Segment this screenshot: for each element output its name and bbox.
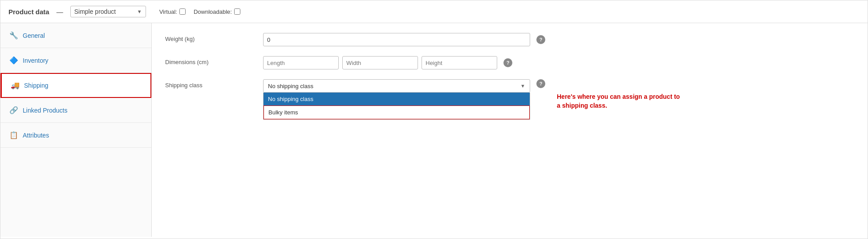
shipping-class-help-icon[interactable]: ?	[536, 79, 545, 88]
weight-help-icon[interactable]: ?	[536, 35, 545, 44]
sidebar-item-attributes-label: Attributes	[23, 132, 49, 139]
dimensions-controls: ?	[263, 56, 854, 69]
shipping-class-field-row: Shipping class No shipping class ▼ No sh…	[165, 79, 854, 110]
virtual-checkbox-item: Virtual:	[159, 8, 186, 15]
shipping-class-callout: Here's where you can assign a product to…	[557, 79, 681, 110]
width-input[interactable]	[342, 56, 418, 69]
inventory-icon: 🔷	[9, 56, 18, 65]
height-input[interactable]	[422, 56, 497, 69]
dimensions-help-icon[interactable]: ?	[503, 58, 512, 67]
sidebar-item-inventory[interactable]: 🔷 Inventory	[0, 48, 151, 73]
shipping-icon: 🚚	[11, 81, 20, 89]
shipping-class-controls: No shipping class ▼ No shipping class Bu…	[263, 79, 854, 110]
wrench-icon: 🔧	[9, 31, 18, 40]
product-type-select[interactable]: Simple product ▼	[70, 6, 146, 17]
downloadable-checkbox-item: Downloadable:	[194, 8, 240, 15]
product-data-panel: Product data — Simple product ▼ Virtual:…	[0, 0, 868, 239]
weight-input[interactable]	[263, 33, 530, 46]
dimensions-label: Dimensions (cm)	[165, 56, 263, 65]
sidebar-item-attributes[interactable]: 📋 Attributes	[0, 123, 151, 148]
sidebar-item-inventory-label: Inventory	[23, 57, 49, 64]
sidebar-item-shipping-label: Shipping	[24, 82, 49, 89]
downloadable-label: Downloadable:	[194, 8, 232, 15]
sidebar-item-linked-label: Linked Products	[23, 107, 67, 114]
shipping-class-option-no-class[interactable]: No shipping class	[264, 93, 530, 105]
shipping-class-dropdown: No shipping class Bulky items	[263, 93, 530, 120]
sidebar-item-general-label: General	[23, 32, 45, 39]
dimensions-field-row: Dimensions (cm) ?	[165, 56, 854, 69]
shipping-class-dropdown-wrapper: No shipping class ▼ No shipping class Bu…	[263, 79, 530, 93]
virtual-label: Virtual:	[159, 8, 177, 15]
weight-controls: ?	[263, 33, 854, 46]
shipping-class-option-bulky[interactable]: Bulky items	[264, 105, 530, 119]
shipping-class-select[interactable]: No shipping class ▼	[263, 79, 530, 93]
product-type-label: Simple product	[74, 8, 116, 15]
shipping-class-arrow: ▼	[520, 83, 525, 89]
panel-title: Product data	[8, 8, 49, 16]
link-icon: 🔗	[9, 106, 18, 114]
virtual-checkbox[interactable]	[179, 8, 186, 15]
downloadable-checkbox[interactable]	[234, 8, 240, 15]
header-bar: Product data — Simple product ▼ Virtual:…	[0, 0, 868, 23]
header-dash: —	[57, 8, 63, 16]
shipping-class-select-wrapper: No shipping class ▼ No shipping class Bu…	[263, 79, 545, 93]
main-body: 🔧 General 🔷 Inventory 🚚 Shipping 🔗 Linke…	[0, 23, 868, 237]
length-input[interactable]	[263, 56, 339, 69]
sidebar-item-linked-products[interactable]: 🔗 Linked Products	[0, 98, 151, 123]
content-area: Weight (kg) ? Dimensions (cm) ? Shipping	[152, 23, 868, 237]
product-type-arrow: ▼	[137, 9, 142, 14]
shipping-class-label: Shipping class	[165, 79, 263, 89]
weight-field-row: Weight (kg) ?	[165, 33, 854, 46]
sidebar-item-general[interactable]: 🔧 General	[0, 23, 151, 48]
sidebar-item-shipping[interactable]: 🚚 Shipping	[0, 73, 151, 98]
attributes-icon: 📋	[9, 131, 18, 139]
weight-label: Weight (kg)	[165, 33, 263, 42]
shipping-class-selected-value: No shipping class	[268, 83, 313, 89]
header-checkboxes: Virtual: Downloadable:	[159, 8, 240, 15]
sidebar: 🔧 General 🔷 Inventory 🚚 Shipping 🔗 Linke…	[0, 23, 152, 237]
